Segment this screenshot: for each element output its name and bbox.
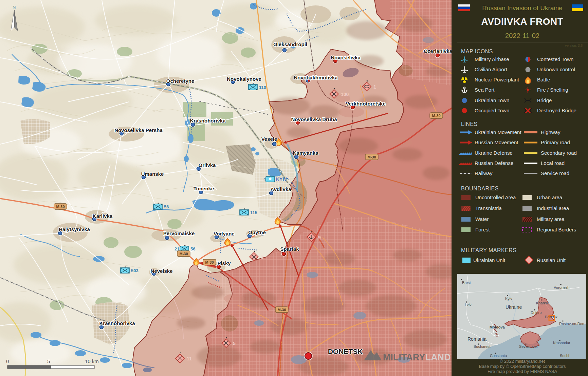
svg-text:M-30: M-30	[205, 260, 214, 264]
svg-text:Ukraine: Ukraine	[506, 304, 522, 310]
svg-text:115: 115	[250, 210, 257, 215]
svg-text:Bucharest: Bucharest	[474, 344, 491, 349]
svg-text:Karlivka: Karlivka	[93, 213, 113, 219]
svg-text:Ozerianivka: Ozerianivka	[424, 48, 453, 54]
svg-text:Oleksandropil: Oleksandropil	[273, 41, 307, 47]
svg-text:Lviv: Lviv	[465, 303, 472, 307]
svg-text:M-30: M-30	[277, 308, 286, 312]
svg-text:Pisky: Pisky	[217, 260, 231, 266]
svg-text:503: 503	[131, 268, 139, 273]
svg-text:Moldova: Moldova	[490, 325, 505, 329]
svg-text:Novobakhmutivka: Novobakhmutivka	[294, 75, 338, 80]
svg-text:1: 1	[373, 84, 376, 90]
svg-text:Novoselivka: Novoselivka	[331, 55, 361, 60]
svg-text:0: 0	[6, 358, 9, 364]
svg-text:Brest: Brest	[462, 281, 471, 285]
svg-text:11: 11	[187, 356, 192, 361]
svg-text:M-30: M-30	[179, 252, 188, 256]
svg-text:Krasnodar: Krasnodar	[553, 341, 570, 345]
svg-text:Pervomaiske: Pervomaiske	[163, 230, 195, 236]
svg-text:Orlivka: Orlivka	[199, 162, 216, 168]
svg-text:M-30: M-30	[56, 205, 65, 209]
svg-text:5: 5	[233, 341, 236, 346]
svg-text:Kyiv: Kyiv	[505, 297, 512, 301]
svg-text:KYIV: KYIV	[276, 176, 287, 182]
svg-text:Umanske: Umanske	[141, 171, 164, 177]
svg-text:Avdiivka: Avdiivka	[270, 186, 291, 192]
svg-text:Halytsynivka: Halytsynivka	[59, 226, 90, 232]
svg-text:Novokalynove: Novokalynove	[227, 76, 261, 82]
svg-text:Vesele: Vesele	[261, 136, 277, 142]
svg-text:Rostov-on-Don: Rostov-on-Don	[559, 322, 584, 326]
svg-text:Krasnohorivka: Krasnohorivka	[190, 118, 226, 124]
svg-text:Voronezh: Voronezh	[554, 285, 569, 289]
svg-text:Krasnohorivka: Krasnohorivka	[99, 320, 135, 326]
svg-text:Kharkiv: Kharkiv	[536, 301, 549, 305]
svg-text:5: 5	[47, 358, 50, 364]
svg-text:4: 4	[263, 177, 266, 182]
svg-text:1: 1	[261, 255, 263, 260]
svg-text:Opytne: Opytne	[248, 229, 266, 235]
svg-text:56: 56	[164, 204, 169, 209]
svg-text:M-30: M-30	[367, 155, 376, 159]
svg-text:Kamyanka: Kamyanka	[293, 150, 318, 156]
svg-text:110: 110	[259, 85, 266, 90]
svg-text:Dnipro: Dnipro	[531, 311, 541, 315]
svg-text:N: N	[13, 5, 16, 10]
svg-text:10 km: 10 km	[85, 358, 99, 364]
svg-text:Tonenke: Tonenke	[194, 186, 214, 191]
svg-text:9: 9	[318, 235, 321, 240]
svg-text:Spartak: Spartak	[280, 246, 299, 252]
svg-text:Verkhnotoretske: Verkhnotoretske	[346, 101, 386, 107]
svg-text:100: 100	[341, 92, 349, 97]
svg-text:Ocheretyne: Ocheretyne	[166, 78, 195, 84]
svg-text:MILITARYLAND: MILITARYLAND	[383, 352, 451, 362]
svg-text:M-30: M-30	[432, 114, 440, 118]
svg-text:Constanta: Constanta	[490, 354, 507, 358]
svg-text:56: 56	[190, 246, 195, 251]
svg-text:Vodyane: Vodyane	[214, 231, 234, 237]
svg-text:Novoselivka Persha: Novoselivka Persha	[114, 127, 163, 133]
svg-text:Sochi: Sochi	[560, 354, 569, 358]
svg-text:Sevastopol: Sevastopol	[519, 344, 537, 349]
svg-text:Nevelske: Nevelske	[150, 268, 172, 274]
svg-text:Novoselivka Druha: Novoselivka Druha	[291, 116, 337, 122]
svg-text:DONETSK: DONETSK	[328, 347, 363, 355]
svg-text:Romania: Romania	[467, 336, 486, 342]
